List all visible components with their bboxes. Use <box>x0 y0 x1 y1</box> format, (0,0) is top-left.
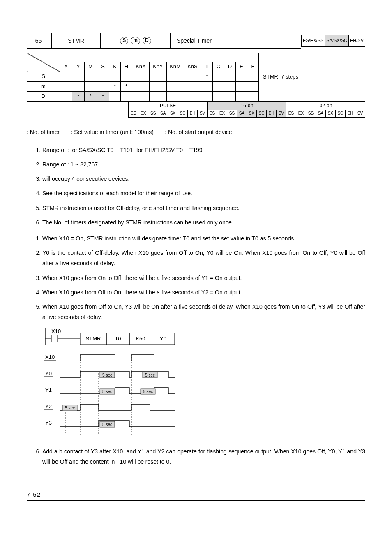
timing-chart: X10 Y0 5 sec 5 sec Y1 5 sec 5 sec Y2 <box>44 354 175 435</box>
col-head: H <box>121 62 132 72</box>
ctrl-box-highlighted: SA/SX/SC <box>325 35 348 47</box>
mark-cell: * <box>121 81 132 91</box>
list-item: When X10 = On, STMR instruction will des… <box>42 234 365 244</box>
col-head: E <box>236 62 247 72</box>
col-head: F <box>247 62 259 72</box>
format-support-table: PULSE 16-bit 32-bit ESEXSSSASXSCEHSV ESE… <box>128 102 365 118</box>
foot-group-shaded: 16-bit <box>208 102 286 110</box>
list-item: Add a b contact of Y3 after X10, and Y1 … <box>42 446 365 467</box>
operand-chip: m <box>131 37 140 44</box>
api-controllers: ES/EX/SS SA/SX/SC EH/SV <box>301 33 365 49</box>
ctrl-box: ES/EX/SS <box>301 35 325 47</box>
api-function: Special Timer <box>171 33 301 49</box>
explanations-list: Range of : for SA/SX/SC T0 ~ T191; for E… <box>35 145 365 228</box>
col-head: M <box>85 62 97 72</box>
ladder-diagram: X10 STMR T0 K50 Y0 <box>45 328 175 345</box>
program-example-list-cont: Add a b contact of Y3 after X10, and Y1 … <box>35 446 365 467</box>
foot-group: PULSE <box>129 102 208 110</box>
mark-cell: * <box>109 81 121 91</box>
col-head: KnM <box>167 62 184 72</box>
ladder-param: T0 <box>115 335 121 342</box>
delay-label: 5 sec <box>102 389 112 394</box>
mark-cell-shaded: * <box>72 91 85 101</box>
list-item: When X10 goes from Off to On, Y3 will be… <box>42 302 365 322</box>
col-head: T <box>201 62 213 72</box>
api-operands: S m D <box>101 33 171 49</box>
timing-row-label: Y2 <box>45 403 52 409</box>
operands-description: : No. of timer : Set value in timer (uni… <box>27 128 365 136</box>
mark-cell-shaded: * <box>97 91 109 101</box>
list-item: Range of : for SA/SX/SC T0 ~ T191; for E… <box>42 145 365 155</box>
ctrl-box: EH/SV <box>348 35 365 47</box>
row-label: S <box>27 72 60 82</box>
word-group <box>109 53 259 62</box>
operand-chip: D <box>143 37 151 44</box>
col-head: S <box>97 62 109 72</box>
mark-cell: * <box>201 72 213 82</box>
program-steps: STMR: 7 steps <box>259 53 365 101</box>
col-head: KnS <box>184 62 201 72</box>
mark-cell-shaded: * <box>85 91 97 101</box>
ladder-instr: STMR <box>86 335 101 342</box>
col-head: KnY <box>150 62 167 72</box>
delay-label: 5 sec <box>102 422 112 427</box>
list-item: STMR instruction is used for Off-delay, … <box>42 203 365 213</box>
delay-label: 5 sec <box>102 373 112 377</box>
operand-desc: : No. of start output device <box>165 129 232 135</box>
list-item: See the specifications of each model for… <box>42 188 365 199</box>
row-label: D <box>27 91 60 101</box>
ladder-param: Y0 <box>160 335 166 342</box>
diag-cell <box>27 53 60 72</box>
col-head: KnX <box>132 62 150 72</box>
api-mnemonic: STMR <box>51 33 101 49</box>
col-head: Y <box>72 62 85 72</box>
program-example-list: When X10 = On, STMR instruction will des… <box>35 234 365 322</box>
list-item: Y0 is the contact of Off-delay. When X10… <box>42 248 365 268</box>
timing-row-label: Y1 <box>45 387 52 393</box>
list-item: will occupy 4 consecutive devices. <box>42 174 365 184</box>
list-item: When X10 goes from On to Off, there will… <box>42 273 365 283</box>
row-label: m <box>27 81 60 91</box>
ladder-contact-label: X10 <box>51 328 61 334</box>
col-head: K <box>109 62 121 72</box>
col-head: X <box>60 62 72 72</box>
api-header-box: 65 STMR S m D Special Timer ES/EX/SS SA/… <box>27 33 365 118</box>
timing-row-label: Y0 <box>45 370 52 377</box>
ladder-and-timing-diagram: X10 STMR T0 K50 Y0 X10 Y0 <box>35 328 365 439</box>
delay-label: 5 sec <box>145 373 155 377</box>
page-number: 7-52 <box>27 490 365 499</box>
list-item: Range of : 1 ~ 32,767 <box>42 160 365 170</box>
foot-group: 32-bit <box>286 102 365 110</box>
col-head: D <box>224 62 236 72</box>
list-item: The No. of timers designated by STMR ins… <box>42 217 365 228</box>
timing-row-label: Y3 <box>45 420 52 426</box>
bit-group <box>60 53 109 62</box>
timing-row-label: X10 <box>45 354 55 360</box>
operand-desc: : No. of timer <box>27 129 60 135</box>
delay-label: 5 sec <box>143 389 153 394</box>
delay-label: 5 sec <box>65 406 75 410</box>
operand-desc: : Set value in timer (unit: 100ms) <box>71 129 154 135</box>
operand-chip: S <box>120 37 128 44</box>
list-item: When X10 goes from Off to On, there will… <box>42 287 365 298</box>
ladder-param: K50 <box>136 335 145 342</box>
api-number: 65 <box>27 33 51 49</box>
col-head: C <box>213 62 224 72</box>
device-range-table: STMR: 7 steps X Y M S K H KnX KnY KnM Kn… <box>27 53 365 101</box>
